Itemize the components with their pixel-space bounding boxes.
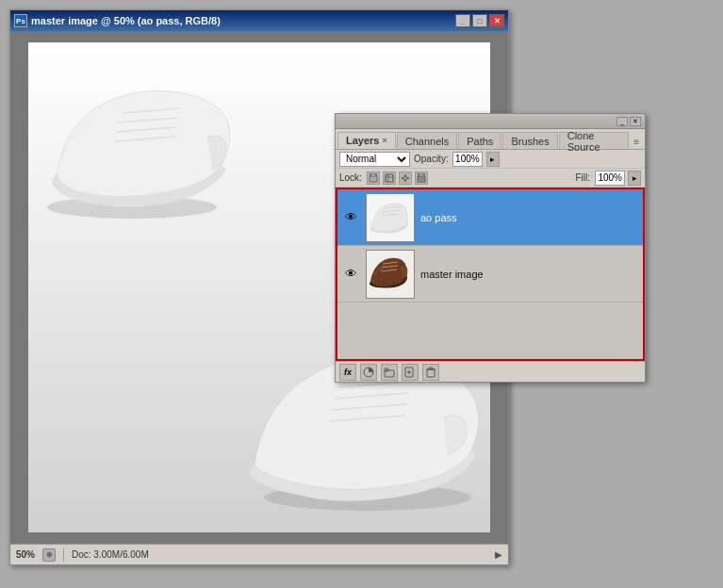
close-button[interactable]: ✕ xyxy=(489,14,504,27)
statusbar-icon[interactable]: ⊕ xyxy=(42,548,56,562)
fill-arrow-btn[interactable]: ▸ xyxy=(628,171,641,186)
minimize-button[interactable]: _ xyxy=(455,14,470,27)
titlebar-left: Ps master image @ 50% (ao pass, RGB/8) xyxy=(14,14,221,27)
statusbar: 50% ⊕ Doc: 3.00M/6.00M ▶ xyxy=(10,544,508,564)
tab-layers-close[interactable]: × xyxy=(382,136,386,145)
svg-point-23 xyxy=(380,269,382,270)
lock-transparent-btn[interactable] xyxy=(367,172,380,185)
layer-item-ao-pass[interactable]: 👁 ao pass xyxy=(337,189,643,246)
statusbar-arrow[interactable]: ▶ xyxy=(495,549,502,560)
eye-icon-master: 👁 xyxy=(345,267,357,281)
panel-tabs: Layers × Channels Paths Brushes Clone So… xyxy=(336,129,645,150)
svg-point-24 xyxy=(385,265,386,267)
layers-bottom-toolbar: fx xyxy=(336,361,645,382)
svg-rect-12 xyxy=(386,174,393,182)
layer-item-master[interactable]: 👁 xyxy=(337,246,643,302)
layers-empty-space xyxy=(337,302,643,359)
svg-rect-35 xyxy=(427,369,435,377)
svg-rect-11 xyxy=(370,176,377,182)
lock-fill-row: Lock: Fill: ▸ xyxy=(336,169,645,188)
window-title: master image @ 50% (ao pass, RGB/8) xyxy=(31,15,221,26)
layer-name-ao-pass: ao pass xyxy=(420,212,639,223)
fill-label: Fill: xyxy=(575,172,590,183)
tab-channels[interactable]: Channels xyxy=(397,132,457,149)
statusbar-divider xyxy=(63,548,64,562)
opacity-arrow-btn[interactable]: ▸ xyxy=(486,152,500,167)
delete-layer-button[interactable] xyxy=(422,364,439,381)
layers-panel: _ ✕ Layers × Channels Paths Brushes Clon… xyxy=(335,113,646,383)
svg-rect-37 xyxy=(429,368,433,369)
tab-clone-source[interactable]: Clone Source xyxy=(559,132,630,149)
panel-minimize-btn[interactable]: _ xyxy=(616,117,628,126)
tab-paths[interactable]: Paths xyxy=(458,132,501,149)
panel-close-btn[interactable]: ✕ xyxy=(630,117,641,126)
layer-visibility-master[interactable]: 👁 xyxy=(341,265,360,284)
blend-opacity-row: Normal Multiply Screen Overlay Opacity: … xyxy=(336,150,645,169)
layer-name-master: master image xyxy=(420,269,639,280)
layer-thumbnail-master xyxy=(366,250,415,299)
lock-image-btn[interactable] xyxy=(383,172,396,185)
blend-mode-select[interactable]: Normal Multiply Screen Overlay xyxy=(339,152,410,167)
lock-position-btn[interactable] xyxy=(399,172,412,185)
new-layer-button[interactable] xyxy=(402,364,419,381)
lock-all-btn[interactable] xyxy=(415,172,428,185)
ps-app-icon: Ps xyxy=(14,14,27,27)
svg-point-15 xyxy=(403,176,407,180)
svg-rect-17 xyxy=(418,176,425,183)
opacity-input[interactable] xyxy=(452,152,483,167)
layer-styles-button[interactable]: fx xyxy=(339,364,356,381)
titlebar-controls: _ □ ✕ xyxy=(455,14,504,27)
panel-title-controls: _ ✕ xyxy=(616,117,641,126)
zoom-level: 50% xyxy=(16,549,35,560)
layer-visibility-ao-pass[interactable]: 👁 xyxy=(341,208,360,227)
fill-input[interactable] xyxy=(595,171,625,186)
ps-titlebar: Ps master image @ 50% (ao pass, RGB/8) _… xyxy=(10,10,508,31)
tab-layers[interactable]: Layers × xyxy=(337,132,396,149)
opacity-label: Opacity: xyxy=(414,154,449,164)
layers-panel-titlebar: _ ✕ xyxy=(336,114,645,129)
maximize-button[interactable]: □ xyxy=(472,14,487,27)
adjustment-layer-button[interactable] xyxy=(360,364,377,381)
tab-brushes[interactable]: Brushes xyxy=(502,132,557,149)
shoe-white-top xyxy=(38,61,255,223)
eye-icon-ao-pass: 👁 xyxy=(345,210,357,224)
layers-list: 👁 ao pass 👁 xyxy=(336,188,645,361)
doc-info: Doc: 3.00M/6.00M xyxy=(72,549,149,560)
layer-thumbnail-ao-pass xyxy=(366,193,415,242)
group-layer-button[interactable] xyxy=(381,364,398,381)
lock-label: Lock: xyxy=(339,172,362,183)
panel-menu-button[interactable]: ≡ xyxy=(630,134,643,149)
